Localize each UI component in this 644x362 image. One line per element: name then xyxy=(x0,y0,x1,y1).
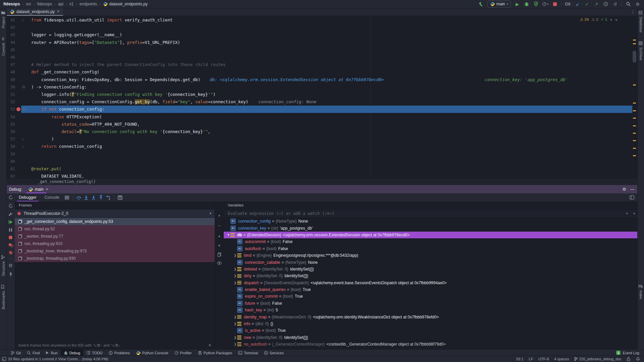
toolwindow-event-log[interactable]: Event Log xyxy=(623,351,639,355)
line-number[interactable]: 54 xyxy=(6,113,15,121)
line-number[interactable]: 58 xyxy=(6,143,15,150)
line-number[interactable]: 52 xyxy=(6,98,15,106)
caret-position[interactable]: 53:1 xyxy=(516,357,523,361)
expand-chevron-icon[interactable]: ❯ xyxy=(233,281,237,285)
restore-layout-icon[interactable] xyxy=(630,195,638,199)
code-line[interactable]: 51 logger.info(f"Finding connection conf… xyxy=(6,91,638,98)
breadcrumb-item[interactable]: fidesops xyxy=(3,2,20,6)
copy-watch-icon[interactable] xyxy=(217,252,221,257)
variable-row[interactable]: ❯info={dict: 0}{} xyxy=(224,320,638,327)
step-out-icon[interactable] xyxy=(97,194,105,200)
fold-marker-icon[interactable]: ⌂ xyxy=(22,143,24,150)
warning-stripe-mark[interactable] xyxy=(633,125,636,126)
run-button[interactable]: ▶ xyxy=(514,1,520,7)
history-icon[interactable] xyxy=(603,1,609,7)
line-number[interactable]: 59 xyxy=(6,150,15,158)
code-editor[interactable]: 41⌂from fidesops.util.oauth_util import … xyxy=(6,16,638,178)
next-issue-icon[interactable]: ∨ xyxy=(615,18,618,21)
expand-chevron-icon[interactable]: ❯ xyxy=(233,254,237,257)
warning-stripe-mark[interactable] xyxy=(633,140,636,141)
toolwindow-button-python-packages[interactable]: Python Packages xyxy=(195,350,235,356)
minimize-icon[interactable]: — xyxy=(630,187,634,192)
variable-row[interactable]: 01connection_key={str}'app_postgres_db' xyxy=(224,225,638,231)
frame-row[interactable]: _bootstrap_inner, threading.py:973 xyxy=(15,247,215,255)
profiler-button[interactable]: ▾ xyxy=(542,1,548,7)
warning-stripe-mark[interactable] xyxy=(633,118,636,119)
line-number[interactable]: 49 xyxy=(6,76,15,83)
code-line[interactable]: 43logger = logging.getLogger(__name__) xyxy=(6,31,638,39)
git-update-icon[interactable]: ↙ xyxy=(575,1,581,7)
close-icon[interactable]: ✕ xyxy=(57,9,60,14)
down-watch-icon[interactable]: ▼ xyxy=(218,243,221,248)
variable-row[interactable]: 01autoflush={bool}False xyxy=(224,245,638,252)
resume-icon[interactable] xyxy=(8,220,13,224)
pin-icon[interactable] xyxy=(9,272,13,277)
breadcrumb-file[interactable]: dataset_endpoints.py xyxy=(103,2,148,6)
variable-row[interactable]: 01connection_config={NoneType}None xyxy=(224,218,638,225)
warning-stripe-mark[interactable] xyxy=(633,40,636,41)
git-branch-widget[interactable]: 220_jetbrains_debug_doc xyxy=(574,357,622,361)
toolwindow-button-find[interactable]: Find xyxy=(24,350,43,356)
settings-gear-icon[interactable]: ⚙ xyxy=(635,1,641,7)
breadcrumb-item[interactable]: api xyxy=(58,2,63,6)
view-breakpoints-icon[interactable] xyxy=(8,243,13,247)
warning-stripe-mark[interactable] xyxy=(633,84,636,85)
line-number[interactable]: 42 xyxy=(6,24,15,31)
variable-row[interactable]: 01hash_key={int}5 xyxy=(224,307,638,313)
toolwindow-stripe-make[interactable]: make xyxy=(639,284,643,299)
step-over-icon[interactable] xyxy=(75,194,83,200)
line-separator[interactable]: LF xyxy=(529,357,533,361)
scrollbar-thumb[interactable] xyxy=(633,51,636,63)
breakpoint-icon[interactable] xyxy=(16,107,20,111)
notifications-bell-icon[interactable] xyxy=(636,357,640,361)
settings-gear-icon[interactable]: ⚙ xyxy=(622,187,626,192)
plus-watch-icon[interactable]: + xyxy=(218,213,220,218)
warning-stripe-mark[interactable] xyxy=(633,43,636,44)
debug-session-tab[interactable]: main ✕ xyxy=(25,185,51,193)
thread-selector[interactable]: ThreadPoolExecutor-2_0 ▼ xyxy=(15,209,215,218)
code-line[interactable]: 55 status_code=HTTP_404_NOT_FOUND, xyxy=(6,121,638,128)
toolwindow-stripe-sciview[interactable]: SciView xyxy=(639,41,643,60)
toolwindow-button-run[interactable]: Run xyxy=(43,350,60,356)
chevron-down-icon[interactable]: ▾ xyxy=(631,212,638,215)
variable-row[interactable]: ❯dispatch={SessionEventsDispatch}<sqlalc… xyxy=(224,280,638,286)
code-line[interactable]: 58⌂ return connection_config xyxy=(6,143,638,150)
warning-stripe-mark[interactable] xyxy=(633,155,636,156)
rerun-icon[interactable] xyxy=(8,203,13,208)
toolwindow-button-profiler[interactable]: Profiler xyxy=(171,350,195,356)
variable-row[interactable]: 01autocommit={bool}False xyxy=(224,238,638,245)
code-line[interactable]: 50⊟) -> ConnectionConfig: xyxy=(6,83,638,91)
variable-row[interactable]: ❯dirty={IdentitySet: 0}IdentitySet([]) xyxy=(224,273,638,279)
line-number[interactable]: 48 xyxy=(6,68,15,76)
sticky-context-line[interactable]: _get_connection_config() xyxy=(6,178,638,185)
code-line[interactable]: 52 connection_config = ConnectionConfig.… xyxy=(6,98,638,106)
indent-setting[interactable]: 4 spaces xyxy=(554,357,569,361)
code-line[interactable]: 56 detail=f"No connection config with ke… xyxy=(6,128,638,135)
line-number[interactable]: 46 xyxy=(6,54,15,61)
code-line[interactable]: 53⊟ if not connection_config: xyxy=(6,106,638,113)
frame-row[interactable]: _bootstrap, threading.py:930 xyxy=(15,255,215,262)
toolwindow-stripe-bookmarks[interactable]: Bookmarks xyxy=(1,285,5,309)
frame-row[interactable]: run, threading.py:910 xyxy=(15,240,215,247)
line-number[interactable]: 62 xyxy=(6,173,15,178)
code-line[interactable]: 45 xyxy=(6,46,638,54)
toolwindow-button-debug[interactable]: Debug xyxy=(61,350,83,356)
breadcrumb-item[interactable]: endpoints xyxy=(79,2,97,6)
warning-stripe-mark[interactable] xyxy=(633,133,636,134)
variable-row[interactable]: ❯no_autoflush={_GeneratorContextManager}… xyxy=(224,341,638,348)
expand-chevron-icon[interactable]: ▼ xyxy=(226,233,230,237)
toolwindow-stripe-structure[interactable]: Structure xyxy=(1,255,5,276)
pause-icon[interactable] xyxy=(9,228,12,232)
expand-chevron-icon[interactable]: ❯ xyxy=(233,343,237,346)
code-line[interactable]: 54 raise HTTPException( xyxy=(6,113,638,121)
tab-console[interactable]: Console xyxy=(41,193,63,201)
editor-options-icon[interactable]: ⋮ xyxy=(631,8,638,16)
step-into-icon[interactable] xyxy=(83,194,90,200)
line-number[interactable]: 56 xyxy=(6,128,15,135)
evaluate-expression-bar[interactable]: Evaluate expression (⏎) or add a watch (… xyxy=(224,209,638,218)
code-line[interactable]: 48def _get_connection_config( xyxy=(6,68,638,76)
breadcrumb-item[interactable]: v1 xyxy=(69,2,74,6)
frame-row[interactable]: run, thread.py:52 xyxy=(15,225,215,233)
search-everywhere-icon[interactable] xyxy=(625,1,631,7)
minus-watch-icon[interactable]: − xyxy=(218,223,220,228)
